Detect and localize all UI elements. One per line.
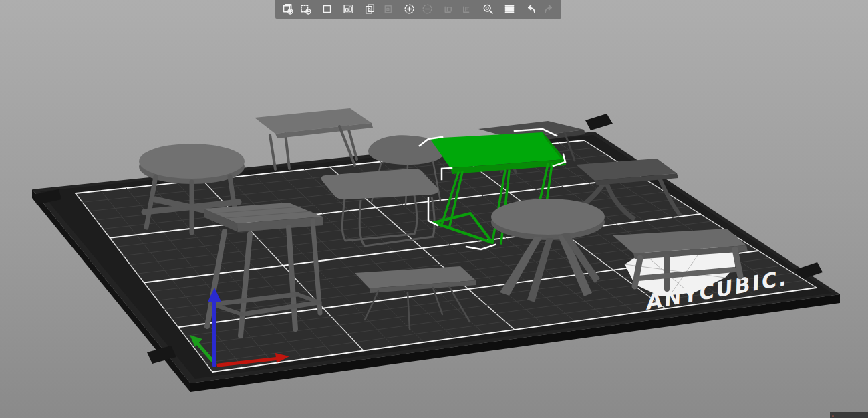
split-model-button bbox=[440, 2, 457, 17]
paste-model-button bbox=[380, 2, 396, 17]
corner-panel bbox=[830, 412, 868, 418]
arrange-icon bbox=[343, 3, 354, 15]
paste-icon bbox=[382, 3, 394, 15]
add-to-selection-button[interactable] bbox=[401, 2, 418, 17]
redo-icon bbox=[543, 3, 555, 15]
corner-accent-dot bbox=[832, 415, 834, 417]
remove-model-button[interactable] bbox=[297, 2, 314, 17]
flat-f-icon bbox=[461, 3, 472, 15]
copy-icon bbox=[364, 3, 376, 15]
remove-model-icon bbox=[300, 3, 311, 15]
main-toolbar bbox=[275, 0, 561, 19]
layers-icon bbox=[504, 3, 515, 15]
viewport-3d[interactable]: ANYCUBIC. bbox=[0, 0, 868, 418]
split-icon bbox=[443, 3, 454, 15]
copy-model-button[interactable] bbox=[361, 2, 378, 17]
remove-from-selection-button bbox=[419, 2, 436, 17]
undo-button[interactable] bbox=[523, 2, 539, 17]
add-model-icon bbox=[282, 3, 293, 15]
clear-plate-icon bbox=[321, 3, 333, 15]
circle-plus-icon bbox=[404, 3, 415, 15]
zoom-icon bbox=[482, 3, 494, 15]
undo-icon bbox=[525, 3, 537, 15]
zoom-button[interactable] bbox=[480, 2, 496, 17]
clear-plate-button[interactable] bbox=[319, 2, 335, 17]
layer-list-button[interactable] bbox=[501, 2, 518, 17]
circle-minus-icon bbox=[422, 3, 433, 15]
lay-flat-button bbox=[458, 2, 475, 17]
arrange-models-button[interactable] bbox=[340, 2, 357, 17]
add-model-button[interactable] bbox=[279, 2, 296, 17]
redo-button bbox=[541, 2, 557, 17]
